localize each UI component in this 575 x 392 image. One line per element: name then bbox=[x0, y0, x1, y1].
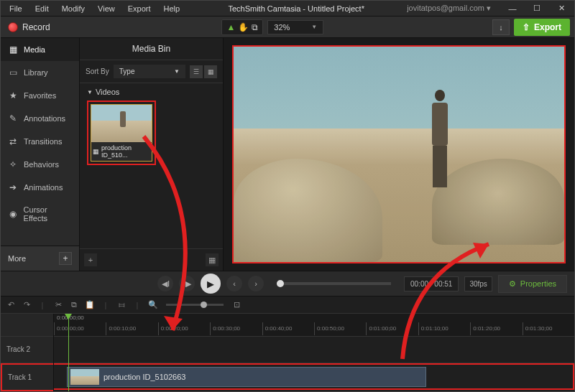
undo-button[interactable]: ↶ bbox=[5, 300, 17, 309]
properties-button[interactable]: ⚙ Properties bbox=[498, 275, 567, 293]
videos-group-label[interactable]: ▼ Videos bbox=[87, 88, 216, 96]
sidebar-label: Library bbox=[24, 68, 48, 77]
prev-clip-button[interactable]: ‹ bbox=[226, 276, 242, 291]
main-area: ▦ Media ▭ Library ★ Favorites ✎ Annotati… bbox=[1, 38, 574, 271]
sidebar-label: Favorites bbox=[24, 91, 56, 100]
sidebar-item-transitions[interactable]: ⇄ Transitions bbox=[1, 130, 79, 153]
track-label-2[interactable]: Track 2 bbox=[1, 337, 53, 363]
menu-edit[interactable]: Edit bbox=[29, 2, 55, 15]
record-label: Record bbox=[22, 22, 50, 32]
sidebar-label: Annotations bbox=[24, 114, 65, 123]
sort-row: Sort By Type ▼ ☰ ▦ bbox=[80, 60, 223, 83]
step-back-button[interactable]: Ⅰ▶ bbox=[179, 276, 195, 291]
redo-button[interactable]: ↷ bbox=[21, 300, 32, 309]
cursor-icon: ◉ bbox=[8, 209, 18, 219]
transitions-icon: ⇄ bbox=[8, 136, 18, 146]
title-right: jovitatpos@gmail.com ▾ — ☐ ✕ bbox=[407, 2, 571, 15]
crop-tool-icon[interactable]: ⧉ bbox=[252, 22, 258, 32]
canvas-tools: ▲ ✋ ⧉ bbox=[221, 19, 263, 35]
record-button[interactable]: Record bbox=[5, 21, 53, 34]
videos-section: ▼ Videos ▦ production ID_510... bbox=[80, 83, 223, 169]
fps-display[interactable]: 30fps bbox=[464, 276, 492, 291]
ruler-tick: 0:01:30;00 bbox=[523, 322, 574, 335]
sidebar-item-animations[interactable]: ➔ Animations bbox=[1, 176, 79, 199]
minimize-button[interactable]: — bbox=[502, 2, 523, 15]
hand-tool-icon[interactable]: ✋ bbox=[238, 22, 249, 32]
split-button[interactable]: ⧦ bbox=[116, 300, 127, 309]
clip-name: production ID_510... bbox=[101, 144, 150, 159]
next-clip-button[interactable]: › bbox=[248, 276, 264, 291]
properties-label: Properties bbox=[520, 279, 556, 288]
download-button[interactable]: ↓ bbox=[492, 19, 510, 35]
copy-button[interactable]: ⧉ bbox=[68, 300, 80, 309]
sidebar-item-behaviors[interactable]: ✧ Behaviors bbox=[1, 153, 79, 176]
paste-button[interactable]: 📋 bbox=[84, 300, 96, 309]
time-ruler[interactable]: 0:00:00;00 0:00:00;00 0:00:10;00 0:00:20… bbox=[54, 314, 574, 337]
scrubber-handle[interactable] bbox=[277, 280, 284, 287]
track-label-1[interactable]: Track 1 bbox=[1, 363, 53, 392]
maximize-button[interactable]: ☐ bbox=[527, 2, 547, 15]
pointer-tool-icon[interactable]: ▲ bbox=[226, 22, 235, 32]
timeline-zoom-slider[interactable] bbox=[166, 304, 224, 306]
sidebar-item-annotations[interactable]: ✎ Annotations bbox=[1, 107, 79, 130]
clip-thumbnail bbox=[91, 105, 152, 142]
prev-frame-button[interactable]: ◀Ⅰ bbox=[157, 276, 173, 291]
sidebar-more: More + bbox=[1, 246, 79, 271]
sidebar-item-library[interactable]: ▭ Library bbox=[1, 61, 79, 84]
zoom-slider-handle[interactable] bbox=[201, 302, 207, 308]
zoom-out-button[interactable]: 🔍 bbox=[147, 300, 159, 309]
add-tab-button[interactable]: + bbox=[59, 252, 72, 265]
animations-icon: ➔ bbox=[8, 182, 18, 192]
media-bin-panel: Media Bin Sort By Type ▼ ☰ ▦ ▼ Videos ▦ bbox=[80, 38, 224, 271]
sidebar-label: Media bbox=[24, 45, 45, 54]
cut-button[interactable]: ✂ bbox=[52, 300, 64, 309]
playback-scrubber[interactable] bbox=[277, 282, 391, 285]
title-bar: File Edit Modify View Export Help TechSm… bbox=[1, 1, 574, 17]
upload-icon: ⇧ bbox=[523, 22, 530, 32]
track-1-row[interactable]: production ID_5102663 bbox=[54, 363, 574, 390]
time-display: 00:00 / 00:51 bbox=[404, 276, 459, 291]
menu-modify[interactable]: Modify bbox=[56, 2, 91, 15]
more-button[interactable]: More bbox=[8, 254, 26, 263]
menu-export[interactable]: Export bbox=[122, 2, 157, 15]
track-labels: Track 2 Track 1 bbox=[1, 314, 54, 391]
zoom-dropdown[interactable]: 32% ▼ bbox=[267, 20, 323, 34]
left-sidebar: ▦ Media ▭ Library ★ Favorites ✎ Annotati… bbox=[1, 38, 80, 271]
export-button[interactable]: ⇧ Export bbox=[514, 19, 570, 36]
sidebar-label: Animations bbox=[24, 183, 63, 192]
close-button[interactable]: ✕ bbox=[551, 2, 571, 15]
timeline-body: Track 2 Track 1 0:00:00;00 0:00:00;00 0:… bbox=[1, 314, 574, 391]
preview-frame bbox=[234, 47, 564, 262]
playhead[interactable] bbox=[68, 314, 69, 391]
export-label: Export bbox=[534, 22, 561, 32]
grid-view-button[interactable]: ▦ bbox=[206, 253, 218, 266]
timeline-clip-name: production ID_5102663 bbox=[104, 373, 185, 381]
clip-mini-thumb bbox=[70, 369, 99, 385]
sort-value: Type bbox=[119, 67, 135, 75]
view-list-button[interactable]: ☰ bbox=[190, 65, 203, 78]
sort-dropdown[interactable]: Type ▼ bbox=[114, 65, 185, 78]
chevron-down-icon: ▼ bbox=[174, 68, 180, 75]
sidebar-item-media[interactable]: ▦ Media bbox=[1, 38, 79, 61]
track-2-row[interactable] bbox=[54, 337, 574, 363]
ruler-tick: 0:01:20;00 bbox=[470, 322, 522, 335]
menu-help[interactable]: Help bbox=[158, 2, 186, 15]
playback-controls: ◀Ⅰ Ⅰ▶ ▶ ‹ › 00:00 / 00:51 30fps ⚙ Proper… bbox=[1, 271, 574, 297]
play-button[interactable]: ▶ bbox=[201, 274, 221, 294]
sidebar-item-favorites[interactable]: ★ Favorites bbox=[1, 84, 79, 107]
zoom-fit-button[interactable]: ⊡ bbox=[231, 300, 242, 309]
view-grid-button[interactable]: ▦ bbox=[204, 65, 217, 78]
menu-file[interactable]: File bbox=[4, 2, 28, 15]
account-menu[interactable]: jovitatpos@gmail.com ▾ bbox=[407, 4, 491, 13]
ruler-tick: 0:00:00;00 bbox=[54, 322, 106, 335]
timeline-clip[interactable]: production ID_5102663 bbox=[67, 367, 426, 387]
sidebar-item-cursor-effects[interactable]: ◉ Cursor Effects bbox=[1, 199, 79, 229]
add-media-button[interactable]: + bbox=[84, 253, 97, 266]
menu-view[interactable]: View bbox=[92, 2, 121, 15]
media-clip[interactable]: ▦ production ID_510... bbox=[91, 104, 152, 162]
tracks-area[interactable]: 0:00:00;00 0:00:00;00 0:00:10;00 0:00:20… bbox=[54, 314, 574, 391]
annotations-icon: ✎ bbox=[8, 113, 18, 123]
preview-canvas[interactable] bbox=[232, 45, 566, 263]
main-toolbar: Record ▲ ✋ ⧉ 32% ▼ ↓ ⇧ Export bbox=[1, 17, 574, 38]
ruler-tick: 0:00:40;00 bbox=[262, 322, 314, 335]
